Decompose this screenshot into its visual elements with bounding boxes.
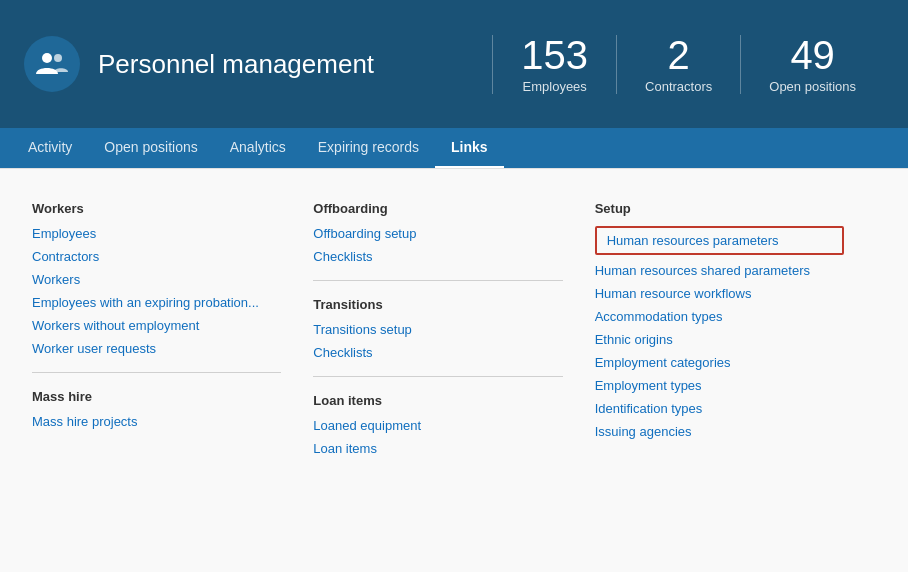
setup-column: Setup Human resources parameters Human r… <box>595 201 876 464</box>
offboarding-column: Offboarding Offboarding setup Checklists… <box>313 201 594 464</box>
link-transitions-checklists[interactable]: Checklists <box>313 345 562 360</box>
nav-links[interactable]: Links <box>435 128 504 168</box>
link-offboarding-checklists[interactable]: Checklists <box>313 249 562 264</box>
svg-point-1 <box>54 54 62 62</box>
nav-expiring-records[interactable]: Expiring records <box>302 128 435 168</box>
link-employment-categories[interactable]: Employment categories <box>595 355 844 370</box>
page-header: Personnel management 153Employees2Contra… <box>0 0 908 128</box>
link-workers[interactable]: Workers <box>32 272 281 287</box>
svg-point-0 <box>42 53 52 63</box>
transitions-section-title: Transitions <box>313 297 562 312</box>
link-employees[interactable]: Employees <box>32 226 281 241</box>
link-identification-types[interactable]: Identification types <box>595 401 844 416</box>
people-icon <box>36 48 68 80</box>
link-offboarding-setup[interactable]: Offboarding setup <box>313 226 562 241</box>
loan-items-section-title: Loan items <box>313 393 562 408</box>
workers-section-title: Workers <box>32 201 281 216</box>
stats-bar: 153Employees2Contractors49Open positions <box>492 35 884 94</box>
workers-divider <box>32 372 281 373</box>
offboarding-section-title: Offboarding <box>313 201 562 216</box>
link-accommodation-types[interactable]: Accommodation types <box>595 309 844 324</box>
main-nav: ActivityOpen positionsAnalyticsExpiring … <box>0 128 908 168</box>
link-worker-user-requests[interactable]: Worker user requests <box>32 341 281 356</box>
link-employment-types[interactable]: Employment types <box>595 378 844 393</box>
mass-hire-section-title: Mass hire <box>32 389 281 404</box>
link-loan-items[interactable]: Loan items <box>313 441 562 456</box>
content-area: Workers Employees Contractors Workers Em… <box>0 168 908 572</box>
nav-analytics[interactable]: Analytics <box>214 128 302 168</box>
link-employees-expiring-probation[interactable]: Employees with an expiring probation... <box>32 295 281 310</box>
link-hr-workflows[interactable]: Human resource workflows <box>595 286 844 301</box>
workers-column: Workers Employees Contractors Workers Em… <box>32 201 313 464</box>
link-contractors[interactable]: Contractors <box>32 249 281 264</box>
link-human-resources-parameters[interactable]: Human resources parameters <box>595 226 844 255</box>
offboarding-divider <box>313 280 562 281</box>
link-issuing-agencies[interactable]: Issuing agencies <box>595 424 844 439</box>
link-mass-hire-projects[interactable]: Mass hire projects <box>32 414 281 429</box>
link-hr-shared-parameters[interactable]: Human resources shared parameters <box>595 263 844 278</box>
app-icon <box>24 36 80 92</box>
nav-open-positions[interactable]: Open positions <box>88 128 213 168</box>
link-loaned-equipment[interactable]: Loaned equipment <box>313 418 562 433</box>
transitions-divider <box>313 376 562 377</box>
page-title: Personnel management <box>98 49 492 80</box>
stat-employees: 153Employees <box>492 35 616 94</box>
nav-activity[interactable]: Activity <box>24 128 88 168</box>
link-workers-without-employment[interactable]: Workers without employment <box>32 318 281 333</box>
link-transitions-setup[interactable]: Transitions setup <box>313 322 562 337</box>
stat-open-positions: 49Open positions <box>740 35 884 94</box>
links-columns: Workers Employees Contractors Workers Em… <box>32 201 876 464</box>
setup-section-title: Setup <box>595 201 844 216</box>
stat-contractors: 2Contractors <box>616 35 740 94</box>
link-ethnic-origins[interactable]: Ethnic origins <box>595 332 844 347</box>
